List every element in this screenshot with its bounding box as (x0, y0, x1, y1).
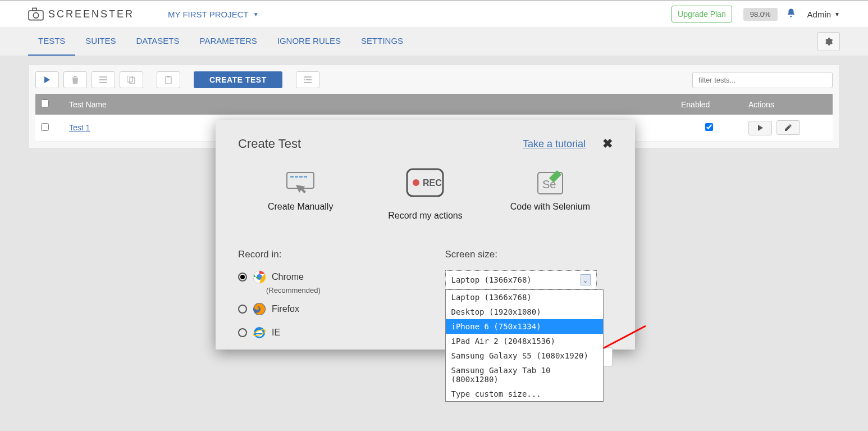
paste-button[interactable] (157, 71, 180, 88)
gear-button[interactable] (817, 32, 840, 51)
svg-rect-9 (167, 76, 170, 78)
tab-settings[interactable]: SETTINGS (351, 27, 413, 56)
list-button[interactable] (92, 71, 115, 88)
modal-header: Create Test Take a tutorial ✖ (238, 137, 613, 151)
admin-label: Admin (807, 10, 832, 19)
option-desktop[interactable]: Desktop (1920x1080) (446, 305, 603, 319)
svg-point-19 (413, 179, 419, 186)
svg-rect-4 (99, 79, 107, 80)
chrome-icon (253, 270, 266, 284)
option-custom[interactable]: Type custom size... (446, 387, 603, 401)
tab-datasets[interactable]: DATASETS (126, 27, 190, 56)
svg-point-2 (33, 13, 38, 18)
logo-text: SCREENSTER (48, 8, 134, 20)
chevron-down-icon: ▼ (834, 11, 840, 17)
option-ipad-air2[interactable]: iPad Air 2 (2048x1536) (446, 334, 603, 348)
th-test-name[interactable]: Test Name (63, 94, 675, 115)
svg-rect-17 (304, 176, 307, 178)
copy-button[interactable] (120, 71, 143, 88)
enabled-checkbox[interactable] (705, 123, 713, 131)
chrome-recommended: (Recommended) (266, 286, 406, 294)
radio-icon (238, 328, 247, 337)
record-icon: REC (363, 168, 487, 197)
selenium-icon: Se (488, 168, 613, 197)
form-row: Record in: Chrome (Recommended) Firefox … (238, 249, 613, 350)
clipboard-icon (165, 76, 172, 84)
radio-chrome[interactable]: Chrome (238, 270, 406, 284)
ie-label: IE (272, 328, 280, 338)
toolbar: CREATE TEST (35, 71, 833, 88)
bell-icon[interactable] (786, 8, 796, 20)
screen-size-select[interactable]: Laptop (1366x768) ⌄ Laptop (1366x768) De… (445, 270, 597, 289)
svg-rect-0 (29, 11, 43, 20)
svg-rect-1 (33, 8, 36, 11)
svg-rect-3 (99, 76, 107, 78)
admin-dropdown[interactable]: Admin ▼ (807, 10, 840, 19)
modal-title: Create Test (238, 137, 301, 151)
option-laptop[interactable]: Laptop (1366x768) (446, 290, 603, 305)
tab-ignore-rules[interactable]: IGNORE RULES (267, 27, 351, 56)
gear-icon (824, 37, 833, 46)
svg-rect-15 (295, 176, 298, 178)
svg-rect-10 (304, 76, 312, 78)
copy-icon (127, 76, 135, 84)
test-link[interactable]: Test 1 (69, 123, 90, 132)
svg-rect-14 (290, 176, 294, 178)
row-checkbox[interactable] (41, 123, 49, 131)
svg-text:REC: REC (423, 178, 442, 188)
option-galaxy-tab10[interactable]: Samsung Galaxy Tab 10 (800x1280) (446, 363, 603, 387)
option-galaxy-s5[interactable]: Samsung Galaxy S5 (1080x1920) (446, 348, 603, 363)
svg-rect-16 (299, 176, 303, 178)
method-row: Create Manually REC Record my actions Se… (238, 168, 613, 221)
select-all-checkbox[interactable] (41, 99, 49, 107)
trash-icon (72, 76, 79, 84)
tab-suites[interactable]: SUITES (75, 27, 126, 56)
select-display[interactable]: Laptop (1366x768) ⌄ (445, 270, 597, 289)
manual-icon (238, 168, 363, 197)
nav-tabs: TESTS SUITES DATASETS PARAMETERS IGNORE … (0, 27, 868, 56)
project-label: MY FIRST PROJECT (168, 10, 249, 19)
radio-ie[interactable]: IE (238, 326, 406, 339)
radio-firefox[interactable]: Firefox (238, 302, 406, 316)
selected-value: Laptop (1366x768) (451, 275, 532, 284)
tab-parameters[interactable]: PARAMETERS (190, 27, 267, 56)
radio-icon (238, 305, 247, 314)
percent-badge: 98.0% (743, 8, 778, 21)
record-in-label: Record in: (238, 249, 406, 260)
chevron-down-icon: ⌄ (581, 274, 591, 285)
method-selenium-label: Code with Selenium (488, 202, 613, 212)
svg-rect-12 (304, 82, 312, 83)
method-record-label: Record my actions (363, 211, 487, 221)
close-icon[interactable]: ✖ (602, 137, 613, 151)
tab-tests[interactable]: TESTS (28, 27, 75, 56)
upgrade-button[interactable]: Upgrade Plan (671, 6, 732, 22)
screen-size-dropdown: Laptop (1366x768) Desktop (1920x1080) iP… (445, 289, 604, 402)
ie-icon (253, 326, 266, 339)
radio-icon (238, 273, 247, 282)
chevron-down-icon: ▼ (253, 11, 259, 17)
method-manual-label: Create Manually (238, 202, 363, 212)
create-test-button[interactable]: CREATE TEST (194, 71, 282, 88)
method-manual[interactable]: Create Manually (238, 168, 363, 221)
th-actions: Actions (743, 94, 833, 115)
logo: SCREENSTER (28, 7, 134, 21)
tutorial-link[interactable]: Take a tutorial (523, 138, 586, 150)
th-enabled[interactable]: Enabled (675, 94, 743, 115)
svg-rect-11 (306, 79, 312, 80)
delete-button[interactable] (63, 71, 87, 88)
indent-button[interactable] (296, 71, 319, 88)
option-iphone6[interactable]: iPhone 6 (750x1334) (446, 319, 603, 334)
method-record[interactable]: REC Record my actions (363, 168, 487, 221)
screen-size-col: Screen size: Laptop (1366x768) ⌄ Laptop … (445, 249, 613, 350)
project-dropdown[interactable]: MY FIRST PROJECT ▼ (168, 10, 259, 19)
firefox-icon (253, 302, 266, 316)
camera-icon (28, 7, 44, 21)
svg-rect-5 (99, 82, 107, 83)
filter-input[interactable] (692, 72, 833, 88)
play-button[interactable] (35, 71, 59, 88)
create-test-modal: Create Test Take a tutorial ✖ Create Man… (216, 120, 635, 350)
pencil-icon (785, 124, 792, 131)
row-edit-button[interactable] (776, 120, 800, 135)
method-selenium[interactable]: Se Code with Selenium (488, 168, 613, 221)
row-play-button[interactable] (748, 121, 772, 135)
